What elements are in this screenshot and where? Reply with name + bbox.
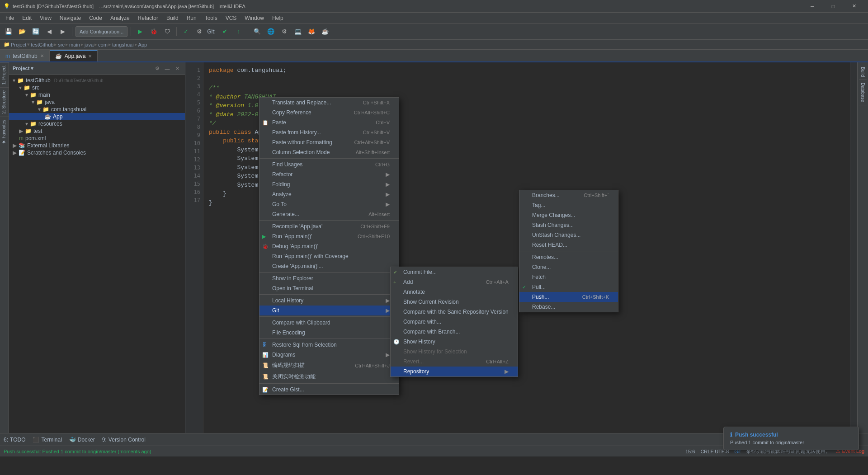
bottom-tab-docker[interactable]: 🐳 Docker: [69, 437, 95, 443]
ctx-compare-with[interactable]: Compare with...: [391, 317, 518, 327]
ctx-generate[interactable]: Generate... Alt+Insert: [259, 209, 399, 219]
tree-item-ext-libs[interactable]: ▶ 📚 External Libraries: [9, 142, 185, 149]
ctx-annotate[interactable]: Annotate: [391, 287, 518, 297]
ctx-coverage[interactable]: Run 'App.main()' with Coverage: [259, 251, 399, 261]
ctx-analyze[interactable]: Analyze ▶: [259, 189, 399, 199]
ctx-rebase[interactable]: Rebase...: [519, 302, 618, 312]
ctx-recompile[interactable]: Recompile 'App.java' Ctrl+Shift+F9: [259, 221, 399, 231]
sidebar-item-structure[interactable]: 2: Structure: [0, 87, 9, 117]
ctx-remotes[interactable]: Remotes...: [519, 252, 618, 262]
ctx-fetch[interactable]: Fetch: [519, 272, 618, 282]
toolbar-settings-btn[interactable]: ⚙: [278, 26, 290, 38]
ctx-file-encoding[interactable]: File Encoding: [259, 328, 399, 338]
toolbar-save-btn[interactable]: 💾: [3, 26, 14, 38]
ctx-copy-ref[interactable]: Copy Reference Ctrl+Alt+Shift+C: [259, 108, 399, 118]
toolbar-forward-btn[interactable]: ▶: [57, 26, 69, 38]
tree-item-scratches[interactable]: ▶ 📝 Scratches and Consoles: [9, 149, 185, 156]
ctx-branches[interactable]: Branches... Ctrl+Shift+`: [519, 190, 618, 200]
tree-item-app[interactable]: ☕ App: [9, 113, 185, 120]
breadcrumb-item-src[interactable]: src: [58, 42, 65, 47]
toolbar-run-btn[interactable]: ▶: [134, 26, 146, 38]
ctx-paste-no-format[interactable]: Paste without Formatting Ctrl+Alt+Shift+…: [259, 137, 399, 147]
panel-action-collapse[interactable]: —: [163, 65, 171, 73]
breadcrumb-item-testgithub[interactable]: testGithub: [31, 42, 53, 47]
toolbar-logo1-btn[interactable]: 🦊: [306, 26, 317, 38]
right-tab-database[interactable]: Database: [859, 80, 867, 105]
toolbar-refresh-btn[interactable]: 🔄: [30, 26, 42, 38]
minimize-button[interactable]: ─: [802, 0, 823, 13]
ctx-stash[interactable]: Stash Changes...: [519, 220, 618, 230]
toolbar-git-commit-btn[interactable]: ✔: [219, 26, 231, 38]
breadcrumb-item-project[interactable]: Project: [11, 42, 26, 47]
ctx-git[interactable]: Git ▶: [259, 306, 399, 315]
menu-edit[interactable]: Edit: [19, 13, 35, 23]
tree-item-main[interactable]: ▾ 📁 main: [9, 91, 185, 99]
toolbar-back-btn[interactable]: ◀: [43, 26, 55, 38]
toolbar-coverage-btn[interactable]: 🛡: [161, 26, 173, 38]
sidebar-item-favorites[interactable]: ★ Favorites: [0, 117, 9, 147]
ctx-code-scan[interactable]: 📜 编码规约扫描 Ctrl+Alt+Shift+J: [259, 360, 399, 371]
toolbar-terminal-btn[interactable]: 💻: [292, 26, 304, 38]
ctx-local-history[interactable]: Local History ▶: [259, 296, 399, 306]
toolbar-git-push-btn[interactable]: ↑: [233, 26, 245, 38]
bottom-tab-todo[interactable]: 6: TODO: [4, 437, 25, 443]
panel-action-cog[interactable]: ⚙: [153, 65, 161, 73]
sidebar-item-project[interactable]: 1: Project: [0, 62, 9, 87]
bottom-tab-terminal[interactable]: ⬛ Terminal: [33, 437, 61, 443]
ctx-create-gist[interactable]: 📝 Create Gist...: [259, 385, 399, 395]
breadcrumb-item-com[interactable]: com: [98, 42, 108, 47]
tab-testgithub-close[interactable]: ✕: [40, 53, 44, 58]
tree-item-test[interactable]: ▶ 📁 test: [9, 127, 185, 135]
ctx-tag[interactable]: Tag...: [519, 200, 618, 210]
toolbar-open-btn[interactable]: 📂: [16, 26, 28, 38]
tree-item-tangshuai[interactable]: ▾ 📁 com.tangshuai: [9, 106, 185, 113]
ctx-find-usages[interactable]: Find Usages Ctrl+G: [259, 160, 399, 169]
ctx-show-current[interactable]: Show Current Revision: [391, 297, 518, 307]
menu-build[interactable]: Build: [163, 13, 182, 23]
breadcrumb-item-java[interactable]: java: [85, 42, 94, 47]
ctx-translate[interactable]: Translate and Replace... Ctrl+Shift+X: [259, 98, 399, 108]
ctx-reset-head[interactable]: Reset HEAD...: [519, 240, 618, 250]
menu-analyze[interactable]: Analyze: [107, 13, 133, 23]
ctx-show-explorer[interactable]: Show in Explorer: [259, 273, 399, 283]
tree-item-src[interactable]: ▾ 📁 src: [9, 84, 185, 91]
ctx-compare-branch[interactable]: Compare with Branch...: [391, 327, 518, 337]
menu-run[interactable]: Run: [183, 13, 200, 23]
ctx-pull[interactable]: ✓ Pull...: [519, 282, 618, 292]
menu-view[interactable]: View: [36, 13, 55, 23]
ctx-paste-history[interactable]: Paste from History... Ctrl+Shift+V: [259, 127, 399, 137]
toolbar-debug-btn[interactable]: 🐞: [148, 26, 160, 38]
ctx-create[interactable]: Create 'App.main()'...: [259, 261, 399, 271]
menu-navigate[interactable]: Navigate: [56, 13, 85, 23]
ctx-add[interactable]: + Add Ctrl+Alt+A: [391, 277, 518, 287]
ctx-column-selection[interactable]: Column Selection Mode Alt+Shift+Insert: [259, 147, 399, 157]
right-tab-build[interactable]: Build: [859, 64, 867, 80]
ctx-paste[interactable]: 📋 Paste Ctrl+V: [259, 118, 399, 127]
toolbar-translate-btn[interactable]: 🌐: [265, 26, 277, 38]
tree-item-testgithub[interactable]: ▾ 📁 testGithub D:\GithubTest\testGithub: [9, 77, 185, 84]
toolbar-logo2-btn[interactable]: ☕: [319, 26, 331, 38]
ctx-refactor[interactable]: Refactor ▶: [259, 169, 399, 179]
menu-window[interactable]: Window: [241, 13, 268, 23]
tab-appjava-close[interactable]: ✕: [88, 54, 92, 59]
breadcrumb-item-main[interactable]: main: [69, 42, 80, 47]
panel-action-close[interactable]: ✕: [173, 65, 181, 73]
breadcrumb-item-app[interactable]: App: [138, 42, 147, 47]
toolbar-git-check-btn[interactable]: ✓: [180, 26, 192, 38]
ctx-debug[interactable]: 🐞 Debug 'App.main()': [259, 241, 399, 251]
tree-item-java[interactable]: ▾ 📁 java: [9, 99, 185, 106]
toolbar-vcs-btn[interactable]: ⚙: [193, 26, 205, 38]
ctx-folding[interactable]: Folding ▶: [259, 179, 399, 189]
menu-refactor[interactable]: Refactor: [134, 13, 162, 23]
ctx-restore-sql[interactable]: 🗄 Restore Sql from Selection: [259, 340, 399, 350]
ctx-run[interactable]: ▶ Run 'App.main()' Ctrl+Shift+F10: [259, 231, 399, 241]
tab-testgithub[interactable]: m testGithub ✕: [0, 50, 50, 61]
ctx-compare-clipboard[interactable]: Compare with Clipboard: [259, 318, 399, 328]
ctx-open-terminal[interactable]: Open in Terminal: [259, 283, 399, 293]
menu-tools[interactable]: Tools: [201, 13, 221, 23]
menu-vcs[interactable]: VCS: [222, 13, 241, 23]
ctx-compare-same-repo[interactable]: Compare with the Same Repository Version: [391, 307, 518, 317]
bottom-tab-vcs[interactable]: 9: Version Control: [102, 437, 146, 443]
close-button[interactable]: ✕: [844, 0, 864, 13]
tree-item-resources[interactable]: ▾ 📁 resources: [9, 120, 185, 127]
